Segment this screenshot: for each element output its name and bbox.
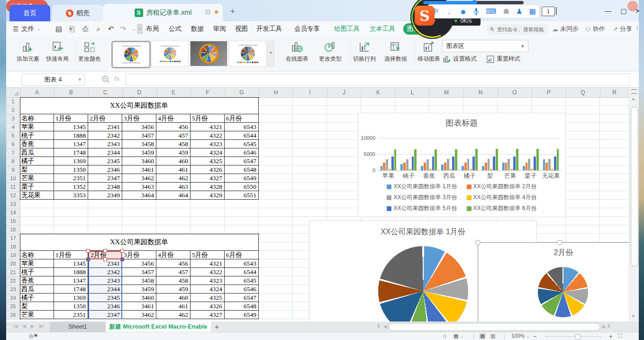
bar-香蕉-1[interactable] xyxy=(421,166,423,170)
export-icon[interactable]: ⎗ xyxy=(67,24,77,34)
row-header-26[interactable]: 26 xyxy=(6,311,20,320)
row-header-7[interactable]: 7 xyxy=(6,148,20,157)
bar-香蕉-4[interactable] xyxy=(429,169,432,170)
change-colors-button[interactable]: 更改颜色 xyxy=(78,41,101,63)
value-cell[interactable]: 4321 xyxy=(190,259,225,268)
sheet-tab-active[interactable]: 新建 Microsoft Excel Macro-Enable xyxy=(106,322,211,332)
bar-梨-3[interactable] xyxy=(488,159,490,170)
vertical-scroll-thumb[interactable] xyxy=(631,107,638,266)
row-header-11[interactable]: 11 xyxy=(6,183,20,192)
value-cell[interactable]: 4327 xyxy=(190,311,225,319)
bar-桃子-5[interactable] xyxy=(412,156,414,170)
menu-membership[interactable]: 会员专享 xyxy=(294,25,320,33)
bar-香蕉-6[interactable] xyxy=(435,149,437,171)
maximize-button[interactable]: ▢ xyxy=(617,6,631,16)
sogou-logo-icon[interactable]: S xyxy=(415,6,435,26)
add-sheet-button[interactable]: + xyxy=(215,322,219,331)
value-cell[interactable]: 6549 xyxy=(225,311,259,319)
bar-苹果-1[interactable] xyxy=(381,166,383,170)
table-header-cell[interactable]: 5月份 xyxy=(190,251,225,259)
row-header-16[interactable]: 16 xyxy=(6,225,20,234)
value-cell[interactable]: 4326 xyxy=(190,302,225,311)
bar-西瓜-3[interactable] xyxy=(447,159,449,170)
value-cell[interactable]: 3460 xyxy=(122,157,156,165)
fruit-name-cell[interactable]: 桃子 xyxy=(20,268,54,276)
row-header-13[interactable]: 13 xyxy=(6,200,20,209)
bar-桃子-4[interactable] xyxy=(409,169,411,170)
fruit-name-cell[interactable]: 梨 xyxy=(20,165,54,174)
column-header-H[interactable]: H xyxy=(259,88,293,97)
bar-栗子-1[interactable] xyxy=(523,166,525,170)
table-header-cell[interactable]: 4月份 xyxy=(156,251,190,259)
value-cell[interactable]: 6549 xyxy=(225,174,259,183)
column-header-M[interactable]: M xyxy=(429,88,464,97)
legend-item[interactable]: XX公司果园数据单 3月份 xyxy=(387,193,457,202)
value-cell[interactable]: 3458 xyxy=(122,140,156,148)
value-cell[interactable]: 3456 xyxy=(122,123,156,131)
row-header-19[interactable]: 19 xyxy=(6,251,20,260)
bar-无花果-5[interactable] xyxy=(554,156,556,170)
bar-芒果-6[interactable] xyxy=(516,149,518,170)
print-icon[interactable]: ⎙ xyxy=(80,24,91,34)
legend-item[interactable]: XX公司果园数据单 1月份 xyxy=(387,183,457,191)
table-header-cell[interactable]: 6月份 xyxy=(225,251,259,259)
split-handle[interactable] xyxy=(631,89,637,94)
zoom-in-icon[interactable]: + xyxy=(609,333,613,340)
bar-苹果-5[interactable] xyxy=(391,156,394,170)
zoom-formula-icon[interactable] xyxy=(102,75,110,83)
value-cell[interactable]: 6547 xyxy=(225,294,259,302)
monitor-icon[interactable]: ⊡ xyxy=(205,9,210,16)
legend-item[interactable]: XX公司果园数据单 4月份 xyxy=(467,193,537,202)
table-title-cell[interactable]: XX公司果园数据单 xyxy=(20,234,259,251)
bar-无花果-1[interactable] xyxy=(543,159,545,170)
value-cell[interactable]: 462 xyxy=(156,311,190,319)
pie-chart-february-title[interactable]: 2月份 xyxy=(478,248,640,258)
row-header-5[interactable]: 5 xyxy=(6,131,20,140)
value-cell[interactable]: 3459 xyxy=(122,148,156,157)
range-handle[interactable] xyxy=(87,258,90,261)
value-cell[interactable]: 2349 xyxy=(88,191,122,200)
horizontal-scroll-thumb[interactable] xyxy=(389,323,600,331)
table-header-cell[interactable]: 6月份 xyxy=(225,114,259,123)
value-cell[interactable]: 462 xyxy=(156,174,190,183)
value-cell[interactable]: 1345 xyxy=(54,259,88,268)
select-all-corner[interactable] xyxy=(6,88,20,98)
value-cell[interactable]: 2344 xyxy=(88,148,122,157)
chart-element-combo[interactable]: 图表区 ▼ xyxy=(442,40,528,52)
value-cell[interactable]: 3462 xyxy=(122,311,156,319)
value-cell[interactable]: 1888 xyxy=(54,131,88,140)
column-header-F[interactable]: F xyxy=(190,88,225,97)
bar-芒果-1[interactable] xyxy=(502,163,505,170)
value-cell[interactable]: 460 xyxy=(156,157,190,165)
gallery-more-button[interactable]: ▼ xyxy=(267,41,274,66)
collaborate-button[interactable]: ⚇ 协作 xyxy=(585,25,605,33)
zoom-slider-thumb[interactable] xyxy=(575,334,581,340)
column-header-J[interactable]: J xyxy=(327,88,362,97)
value-cell[interactable]: 3463 xyxy=(122,183,156,191)
value-cell[interactable]: 459 xyxy=(156,148,190,157)
home-tab[interactable]: 首页 xyxy=(9,5,50,21)
emoji-icon[interactable]: ☻ xyxy=(459,8,467,16)
value-cell[interactable]: 2342 xyxy=(88,131,122,140)
bar-西瓜-1[interactable] xyxy=(441,165,444,170)
bar-橘子-3[interactable] xyxy=(467,159,470,170)
value-cell[interactable]: 3461 xyxy=(122,165,156,174)
value-cell[interactable]: 2351 xyxy=(54,174,88,183)
row-header-9[interactable]: 9 xyxy=(6,165,20,175)
ime-slider[interactable] xyxy=(423,1,524,4)
bar-chart-title[interactable]: 图表标题 xyxy=(358,118,565,129)
table-header-cell[interactable]: 名称 xyxy=(20,251,54,259)
row-header-21[interactable]: 21 xyxy=(6,268,20,277)
formula-input[interactable] xyxy=(126,74,630,86)
value-cell[interactable]: 3462 xyxy=(122,174,156,183)
row-header-12[interactable]: 12 xyxy=(6,191,20,200)
bar-无花果-6[interactable] xyxy=(557,149,559,170)
scroll-down-icon[interactable]: ▼ xyxy=(631,314,635,319)
column-header-G[interactable]: G xyxy=(225,88,259,97)
bar-苹果-3[interactable] xyxy=(386,159,388,171)
value-cell[interactable]: 3458 xyxy=(122,276,156,285)
sync-status[interactable]: ☁ 未同步 xyxy=(552,25,579,33)
bar-橘子-1[interactable] xyxy=(462,166,464,170)
value-cell[interactable]: 4323 xyxy=(190,276,225,285)
fx-icon[interactable]: fx xyxy=(114,75,119,83)
